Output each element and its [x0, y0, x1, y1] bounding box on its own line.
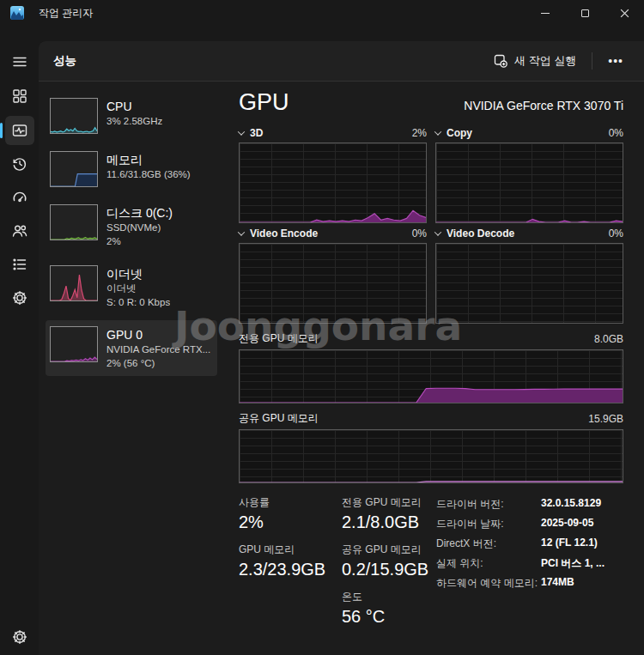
task-manager-window: 작업 관리자: [0, 0, 644, 655]
chart-video-decode-value: 0%: [609, 227, 623, 240]
sidebar-item-users[interactable]: [5, 216, 34, 246]
list-item-disk[interactable]: 디스크 0(C:) SSD(NVMe) 2%: [46, 198, 217, 254]
header-divider: [592, 52, 592, 70]
sidebar-item-services[interactable]: [5, 283, 34, 312]
performance-content: CPU 3% 2.58GHz 메모리 11.6/31.8GB (36%) 디스크…: [39, 82, 644, 654]
gpu-memory-label: GPU 메모리: [239, 543, 342, 556]
minimize-button[interactable]: [526, 0, 565, 26]
dedicated-memory-chart-label: 전용 GPU 메모리: [239, 331, 319, 346]
cpu-title: CPU: [106, 99, 162, 114]
settings-gear-icon: [11, 628, 28, 646]
chart-3d-value: 2%: [412, 127, 427, 139]
performance-icon: [11, 122, 28, 139]
chevron-down-icon[interactable]: [238, 228, 245, 235]
list-item-ethernet[interactable]: 이더넷 이더넷 S: 0 R: 0 Kbps: [46, 259, 217, 315]
run-new-task-label: 새 작업 실행: [514, 53, 576, 69]
memory-thumbnail-chart: [50, 151, 98, 187]
sidebar-item-performance[interactable]: [5, 116, 34, 145]
chart-shared-memory[interactable]: [239, 429, 623, 483]
driver-date-value: 2025-09-05: [541, 517, 593, 531]
more-options-button[interactable]: •••: [599, 51, 632, 71]
driver-version-value: 32.0.15.8129: [541, 497, 601, 512]
cpu-thumbnail-chart: [50, 98, 98, 134]
gpu-thumbnail-chart: [50, 326, 98, 362]
performance-list: CPU 3% 2.58GHz 메모리 11.6/31.8GB (36%) 디스크…: [46, 92, 217, 381]
gpu-driver-details: 드라이버 버전: 32.0.15.8129 드라이버 날짜: 2025-09-0…: [436, 496, 623, 638]
chart-video-decode[interactable]: [435, 243, 623, 324]
run-new-task-button[interactable]: 새 작업 실행: [485, 48, 585, 74]
history-clock-icon: [11, 155, 28, 173]
dedicated-memory-label: 전용 GPU 메모리: [342, 496, 436, 509]
utilization-value: 2%: [239, 512, 342, 532]
chart-3d-label: 3D: [250, 127, 263, 139]
shared-memory-label: 공유 GPU 메모리: [342, 543, 436, 556]
dedicated-memory-value: 2.1/8.0GB: [342, 512, 436, 532]
chart-video-encode[interactable]: [239, 243, 427, 324]
hamburger-icon: [11, 53, 28, 70]
list-item-memory[interactable]: 메모리 11.6/31.8GB (36%): [46, 145, 217, 193]
chart-copy-label: Copy: [447, 127, 472, 139]
ethernet-name: 이더넷: [106, 282, 170, 295]
shared-memory-max: 15.9GB: [588, 413, 623, 425]
titlebar: 작업 관리자: [0, 0, 644, 26]
chart-3d[interactable]: [239, 143, 427, 223]
memory-title: 메모리: [106, 152, 191, 167]
shared-memory-chart-label: 공유 GPU 메모리: [239, 411, 319, 426]
physical-location-value: PCI 버스 1, ...: [541, 556, 605, 571]
gpu-usage: 2% (56 °C): [106, 356, 210, 370]
menu-button[interactable]: [5, 47, 34, 76]
gauge-icon: [11, 189, 28, 206]
chart-copy-value: 0%: [609, 127, 623, 139]
gpu-memory-value: 2.3/23.9GB: [239, 559, 342, 579]
directx-version-label: DirectX 버전:: [436, 537, 541, 551]
gpu-name: NVIDIA GeForce RTX...: [106, 343, 210, 356]
hw-reserved-memory-label: 하드웨어 예약 메모리:: [436, 576, 541, 591]
chart-dedicated-memory[interactable]: [239, 349, 623, 403]
sidebar-item-details[interactable]: [5, 250, 34, 279]
directx-version-value: 12 (FL 12.1): [541, 537, 598, 551]
sidebar-item-app-history[interactable]: [5, 149, 34, 179]
ethernet-throughput: S: 0 R: 0 Kbps: [106, 295, 170, 309]
new-task-icon: [494, 54, 507, 68]
gpu-title: GPU 0: [106, 327, 210, 343]
cpu-usage: 3% 2.58GHz: [106, 114, 162, 128]
page-title: 성능: [53, 53, 76, 69]
chevron-down-icon[interactable]: [434, 228, 441, 235]
selected-accent-bar: [0, 123, 3, 138]
sidebar-item-processes[interactable]: [5, 82, 34, 111]
chevron-down-icon[interactable]: [238, 128, 245, 135]
maximize-button[interactable]: [565, 0, 605, 26]
users-icon: [11, 222, 28, 240]
window-title: 작업 관리자: [39, 6, 93, 21]
details-list-icon: [11, 256, 28, 273]
close-button[interactable]: [605, 0, 644, 26]
disk-usage: 2%: [106, 234, 173, 248]
services-gear-icon: [11, 289, 28, 306]
list-item-gpu[interactable]: GPU 0 NVIDIA GeForce RTX... 2% (56 °C): [46, 320, 217, 376]
chart-copy[interactable]: [435, 143, 623, 223]
list-item-cpu[interactable]: CPU 3% 2.58GHz: [46, 92, 217, 140]
physical-location-label: 실제 위치:: [436, 556, 541, 571]
main-panel: 성능 새 작업 실행 ••• CPU 3% 2.58GHz: [39, 41, 644, 655]
chart-video-encode-value: 0%: [412, 227, 427, 240]
minimize-icon: [541, 13, 550, 14]
disk-title: 디스크 0(C:): [106, 205, 173, 221]
chevron-down-icon[interactable]: [434, 128, 441, 135]
settings-button[interactable]: [5, 622, 34, 652]
shared-memory-value: 0.2/15.9GB: [342, 559, 436, 579]
gpu-model-name: NVIDIA GeForce RTX 3070 Ti: [464, 99, 623, 116]
ethernet-thumbnail-chart: [50, 265, 98, 301]
gpu-detail-pane: GPU NVIDIA GeForce RTX 3070 Ti 3D 2%: [239, 88, 623, 638]
utilization-label: 사용률: [239, 496, 342, 509]
panel-header: 성능 새 작업 실행 •••: [39, 41, 644, 82]
sidebar: [0, 26, 39, 655]
gpu-pane-title: GPU: [239, 88, 289, 116]
disk-type: SSD(NVMe): [106, 221, 173, 234]
dedicated-memory-max: 8.0GB: [594, 333, 623, 345]
memory-usage: 11.6/31.8GB (36%): [106, 167, 191, 181]
sidebar-item-startup-apps[interactable]: [5, 183, 34, 212]
maximize-icon: [581, 9, 589, 17]
chart-video-encode-label: Video Encode: [250, 227, 318, 240]
chart-video-decode-label: Video Decode: [447, 227, 514, 240]
app-icon: [10, 6, 24, 20]
